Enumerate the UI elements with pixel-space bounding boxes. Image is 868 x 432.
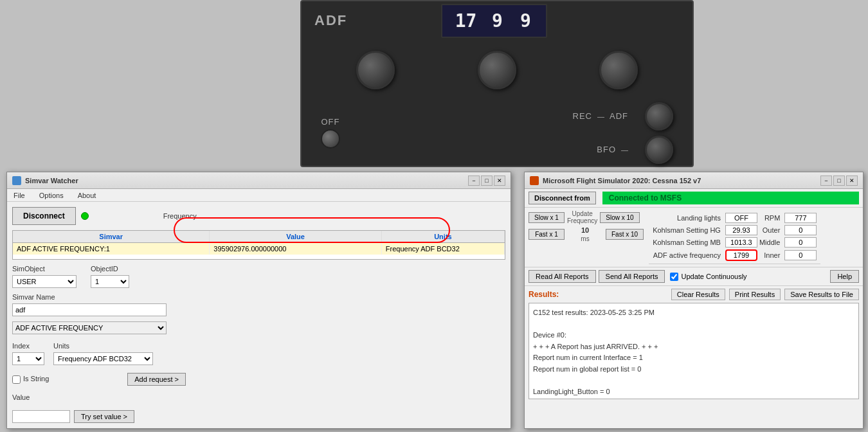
slow-x10-btn[interactable]: Slow x 10	[600, 212, 639, 223]
help-btn[interactable]: Help	[830, 270, 859, 283]
value-input[interactable]	[12, 410, 70, 423]
col-value: Value	[210, 231, 382, 243]
knob-bfo[interactable]	[645, 136, 673, 164]
simvar-watcher-window: Simvar Watcher − □ ✕ File Options About …	[6, 172, 511, 429]
adf-panel: ADF 17 9 9 OFF REC — ADF BFO	[300, 0, 694, 167]
slow-x1-btn[interactable]: Slow x 1	[529, 212, 565, 223]
kohlsman-hg-value: 29.93	[725, 225, 757, 235]
disconnect-from-button[interactable]: Disconnect from	[529, 192, 596, 204]
adf-mode-label: ADF	[610, 111, 628, 121]
knob-right[interactable]	[599, 51, 638, 89]
objectid-label: ObjectID	[91, 265, 129, 273]
fast-x1-btn[interactable]: Fast x 1	[529, 229, 565, 240]
col-simvar: Simvar	[13, 231, 210, 243]
disconnect-button[interactable]: Disconnect	[12, 207, 76, 225]
update-continuously-checkbox[interactable]	[670, 273, 678, 281]
value-label: Value	[12, 393, 30, 401]
results-label: Results:	[529, 290, 559, 299]
outer-label: Outer	[759, 226, 782, 234]
is-string-checkbox[interactable]	[12, 375, 21, 384]
msfs-title: Microsoft Flight Simulator 2020: Cessna …	[543, 177, 701, 184]
send-all-btn[interactable]: Send All Reports	[599, 270, 665, 283]
index-label: Index	[12, 342, 44, 350]
add-request-btn[interactable]: Add request >	[127, 373, 186, 386]
kohlsman-mb-value: 1013.3	[725, 237, 757, 248]
cell-units: Frequency ADF BCD32	[381, 243, 504, 255]
read-all-btn[interactable]: Read All Reports	[529, 270, 596, 283]
is-string-label: Is String	[23, 375, 49, 382]
simvar-titlebar: Simvar Watcher − □ ✕	[7, 172, 511, 189]
bfo-label: BFO	[597, 145, 616, 154]
try-set-btn[interactable]: Try set value >	[74, 410, 134, 423]
middle-label: Middle	[759, 239, 782, 246]
simvar-close-btn[interactable]: ✕	[494, 176, 505, 186]
adf-digit-1: 17	[455, 10, 477, 32]
simvar-name-label: Simvar Name	[12, 293, 186, 301]
results-box: C152 test results: 2023-05-25 3:25 PMDev…	[529, 303, 859, 399]
update-ms-label: ms	[581, 235, 589, 242]
simvar-menubar: File Options About	[7, 189, 511, 202]
rpm-value: 777	[784, 213, 817, 223]
col-units: Units	[381, 231, 504, 243]
msfs-connection-row: Disconnect from Connected to MSFS	[525, 189, 863, 208]
outer-value: 0	[784, 225, 817, 235]
print-results-btn[interactable]: Print Results	[729, 289, 781, 300]
update-freq-label: UpdateFrequency	[567, 210, 597, 224]
knob-rec-adf[interactable]	[645, 102, 673, 130]
landing-lights-label: Landing lights	[653, 214, 723, 222]
knob-center[interactable]	[478, 51, 516, 89]
simvar-maximize-btn[interactable]: □	[481, 176, 493, 186]
knob-left[interactable]	[356, 51, 395, 89]
objectid-select[interactable]: 1	[91, 275, 129, 288]
msfs-maximize-btn[interactable]: □	[833, 176, 845, 186]
frequency-label: Frequency	[163, 212, 197, 220]
fast-x10-btn[interactable]: Fast x 10	[606, 229, 644, 240]
msfs-close-btn[interactable]: ✕	[846, 176, 858, 186]
inner-label: Inner	[759, 251, 782, 259]
msfs-speed-controls: Slow x 1 UpdateFrequency Slow x 10 Fast …	[525, 208, 863, 267]
adf-display: 17 9 9	[441, 4, 548, 38]
adf-freq-label: ADF active frequency	[653, 251, 723, 259]
simvar-table-container: Simvar Value Units ADF ACTIVE FREQUENCY:…	[12, 230, 505, 260]
update-continuously-label: Update Continuously	[681, 273, 746, 280]
update-ms-value: 10	[581, 226, 589, 234]
menu-file[interactable]: File	[11, 192, 28, 199]
adf-freq-value: 1799	[725, 249, 757, 261]
connected-status: Connected to MSFS	[602, 192, 859, 204]
msfs-titlebar: Microsoft Flight Simulator 2020: Cessna …	[525, 172, 863, 189]
simobject-select[interactable]: USER	[12, 275, 77, 288]
clear-results-btn[interactable]: Clear Results	[671, 289, 725, 300]
units-label: Units	[53, 342, 186, 350]
menu-about[interactable]: About	[75, 192, 99, 199]
rpm-label: RPM	[759, 214, 782, 222]
msfs-minimize-btn[interactable]: −	[820, 176, 832, 186]
off-label: OFF	[321, 117, 340, 127]
simobject-label: SimObject	[12, 265, 77, 273]
simvar-name-select[interactable]: ADF ACTIVE FREQUENCY	[12, 321, 167, 334]
landing-lights-value: OFF	[725, 213, 757, 223]
units-select[interactable]: Frequency ADF BCD32	[53, 352, 153, 365]
msfs-window: Microsoft Flight Simulator 2020: Cessna …	[524, 172, 863, 429]
index-select[interactable]: 1	[12, 352, 44, 365]
simvar-minimize-btn[interactable]: −	[468, 176, 480, 186]
adf-digit-2: 9	[489, 10, 505, 32]
menu-options[interactable]: Options	[37, 192, 66, 199]
inner-value: 0	[784, 250, 817, 260]
table-row[interactable]: ADF ACTIVE FREQUENCY:1 395902976.0000000…	[13, 243, 505, 255]
off-switch-area: OFF	[321, 117, 340, 148]
connection-indicator	[81, 212, 89, 220]
rec-label: REC	[573, 111, 592, 121]
save-results-btn[interactable]: Save Results to File	[784, 289, 859, 300]
msfs-action-row: Read All Reports Send All Reports Update…	[525, 267, 863, 286]
params-grid: Landing lights OFF RPM 777 Kohlsman Sett…	[649, 210, 820, 264]
kohlsman-hg-label: Kohlsman Setting HG	[653, 226, 723, 234]
simvar-name-input[interactable]	[12, 303, 167, 316]
simvar-title: Simvar Watcher	[25, 177, 78, 184]
middle-value: 0	[784, 237, 817, 248]
simvar-window-icon	[12, 176, 21, 185]
msfs-window-icon	[530, 176, 539, 185]
adf-right-labels: REC — ADF BFO —	[573, 102, 673, 164]
off-switch[interactable]	[321, 129, 340, 148]
cell-value: 395902976.000000000	[210, 243, 382, 255]
adf-digit-3: 9	[518, 10, 533, 32]
